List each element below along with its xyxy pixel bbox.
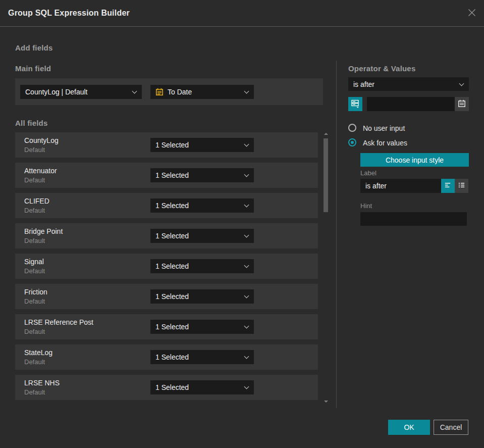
- chevron-down-icon: [244, 89, 249, 94]
- radio-ask-for-values-label[interactable]: Ask for values: [363, 139, 407, 147]
- field-row: Bridge Point Default 1 Selected: [15, 223, 318, 248]
- field-name: Signal: [24, 258, 44, 266]
- field-selected-dropdown[interactable]: 1 Selected: [150, 259, 254, 273]
- field-row: LRSE NHS Default 1 Selected: [15, 375, 318, 400]
- field-name: Attenuator: [24, 167, 57, 175]
- chevron-down-icon: [244, 172, 249, 177]
- ok-button[interactable]: OK: [388, 420, 430, 435]
- scroll-up-icon[interactable]: [324, 133, 328, 135]
- chevron-down-icon: [244, 263, 249, 268]
- dialog-title: Group SQL Expression Builder: [8, 0, 130, 26]
- date-mode-select-value: To Date: [168, 88, 192, 96]
- field-subtitle: Default: [24, 297, 45, 305]
- field-row: Attenuator Default 1 Selected: [15, 163, 318, 188]
- field-selected-value: 1 Selected: [155, 353, 189, 361]
- radio-no-user-input[interactable]: [348, 124, 356, 132]
- fields-list-scrollbar[interactable]: [324, 132, 329, 404]
- field-row: Signal Default 1 Selected: [15, 254, 318, 279]
- chevron-down-icon: [244, 324, 249, 329]
- field-row: Friction Default 1 Selected: [15, 284, 318, 309]
- cancel-button[interactable]: Cancel: [434, 420, 468, 435]
- dialog-header: Group SQL Expression Builder: [0, 0, 484, 27]
- field-subtitle: Default: [24, 267, 45, 275]
- field-selected-dropdown[interactable]: 1 Selected: [150, 380, 254, 394]
- operator-select[interactable]: is after: [348, 77, 469, 91]
- chevron-down-icon: [244, 203, 249, 208]
- field-selected-dropdown[interactable]: 1 Selected: [150, 289, 254, 304]
- operator-select-value: is after: [353, 80, 374, 88]
- field-subtitle: Default: [24, 146, 45, 154]
- field-name: LRSE Reference Post: [24, 318, 93, 326]
- hint-input[interactable]: [360, 212, 467, 226]
- field-selected-value: 1 Selected: [155, 292, 189, 301]
- field-subtitle: Default: [24, 328, 45, 335]
- field-subtitle: Default: [24, 358, 45, 366]
- label-field-label: Label: [360, 169, 377, 177]
- main-field-heading: Main field: [15, 64, 51, 73]
- field-name: Friction: [24, 288, 47, 296]
- field-values-icon: [351, 99, 360, 110]
- field-subtitle: Default: [24, 388, 45, 396]
- field-name: CountyLog: [24, 136, 59, 144]
- all-fields-heading: All fields: [15, 119, 48, 127]
- group-sql-expression-builder-dialog: Group SQL Expression Builder Add fields …: [0, 0, 484, 448]
- chevron-down-icon: [244, 354, 249, 359]
- input-style-list-button[interactable]: [455, 179, 468, 193]
- field-subtitle: Default: [24, 207, 45, 214]
- add-fields-heading: Add fields: [15, 43, 53, 52]
- align-left-icon: [444, 181, 452, 190]
- radio-no-user-input-label[interactable]: No user input: [363, 124, 405, 132]
- value-input[interactable]: [367, 97, 455, 111]
- field-row: CLIFED Default 1 Selected: [15, 193, 318, 218]
- chevron-down-icon: [459, 81, 464, 86]
- field-selected-value: 1 Selected: [155, 232, 189, 240]
- calendar-icon: [155, 88, 164, 96]
- field-selected-value: 1 Selected: [155, 383, 189, 391]
- date-picker-button[interactable]: [455, 97, 469, 111]
- field-selected-value: 1 Selected: [155, 171, 189, 179]
- label-input[interactable]: [360, 179, 441, 193]
- scrollbar-thumb[interactable]: [324, 138, 328, 212]
- main-field-select[interactable]: CountyLog | Default: [20, 85, 142, 99]
- field-row: CountyLog Default 1 Selected: [15, 132, 318, 158]
- close-button[interactable]: [466, 8, 478, 20]
- field-name: CLIFED: [24, 197, 49, 205]
- date-mode-select[interactable]: To Date: [150, 85, 254, 99]
- field-selected-value: 1 Selected: [155, 323, 189, 331]
- field-selected-dropdown[interactable]: 1 Selected: [150, 168, 254, 182]
- field-subtitle: Default: [24, 176, 45, 184]
- field-selected-dropdown[interactable]: 1 Selected: [150, 350, 254, 364]
- panel-divider: [336, 61, 337, 408]
- main-field-panel: CountyLog | Default To Date: [15, 78, 323, 105]
- field-selected-dropdown[interactable]: 1 Selected: [150, 138, 254, 152]
- field-name: LRSE NHS: [24, 379, 60, 387]
- field-selected-dropdown[interactable]: 1 Selected: [150, 229, 254, 243]
- field-subtitle: Default: [24, 237, 45, 244]
- field-selected-value: 1 Selected: [155, 262, 189, 270]
- field-selected-value: 1 Selected: [155, 141, 189, 149]
- chevron-down-icon: [244, 142, 249, 147]
- chevron-down-icon: [244, 384, 249, 389]
- main-field-select-value: CountyLog | Default: [25, 88, 88, 96]
- scroll-down-icon[interactable]: [324, 401, 328, 403]
- chevron-down-icon: [132, 89, 137, 94]
- field-name: StateLog: [24, 349, 52, 357]
- field-row: LRSE Reference Post Default 1 Selected: [15, 314, 318, 339]
- field-name: Bridge Point: [24, 227, 63, 235]
- field-row: StateLog Default 1 Selected: [15, 344, 318, 370]
- input-style-single-button[interactable]: [441, 179, 455, 193]
- value-source-button[interactable]: [348, 97, 362, 111]
- calendar-icon: [458, 99, 466, 109]
- chevron-down-icon: [244, 233, 249, 238]
- bulleted-list-icon: [458, 181, 465, 190]
- field-selected-value: 1 Selected: [155, 202, 189, 210]
- operator-values-heading: Operator & Values: [348, 64, 415, 73]
- choose-input-style-button[interactable]: Choose input style: [360, 153, 469, 167]
- close-icon: [467, 8, 477, 20]
- chevron-down-icon: [244, 293, 249, 298]
- field-selected-dropdown[interactable]: 1 Selected: [150, 198, 254, 213]
- hint-field-label: Hint: [360, 202, 372, 210]
- radio-ask-for-values[interactable]: [348, 138, 356, 146]
- field-selected-dropdown[interactable]: 1 Selected: [150, 320, 254, 334]
